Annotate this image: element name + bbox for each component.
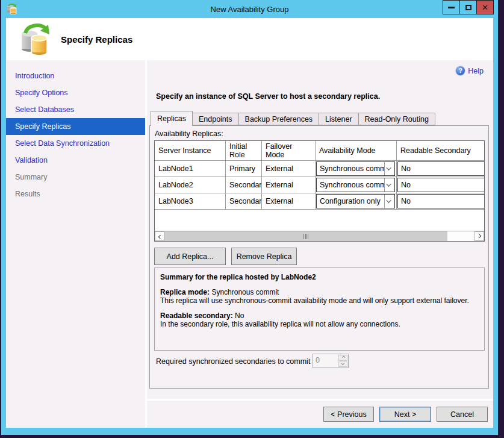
replica-summary-box: Summary for the replica hosted by LabNod… <box>154 267 485 351</box>
remove-replica-button[interactable]: Remove Replica <box>231 248 297 265</box>
table-row[interactable]: LabNode2 Secondary External Synchronous … <box>155 177 484 193</box>
grip-icon <box>303 234 305 239</box>
minimize-button[interactable] <box>443 0 460 14</box>
titlebar: New Availability Group ✕ <box>1 0 498 18</box>
availability-mode-dropdown[interactable]: Synchronous commit <box>316 161 395 176</box>
required-secondaries-spinner: 0 <box>313 354 349 368</box>
replica-mode-label: Replica mode: <box>160 288 210 296</box>
scroll-right-button[interactable] <box>474 231 484 241</box>
dropdown-value: No <box>398 197 485 205</box>
spinner-up-button <box>338 355 347 361</box>
dialog-window: New Availability Group ✕ <box>1 0 498 435</box>
cell-server-instance: LabNode1 <box>155 161 226 177</box>
column-header-initial-role: Initial Role <box>226 141 262 160</box>
grip-icon <box>308 234 309 239</box>
close-icon: ✕ <box>482 4 488 11</box>
help-icon: ? <box>456 66 465 75</box>
sidebar-item-select-data-synchronization[interactable]: Select Data Synchronization <box>6 135 145 152</box>
cell-server-instance: LabNode3 <box>155 193 226 209</box>
cell-availability-mode: Synchronous commit <box>316 177 397 193</box>
sidebar-item-specify-options[interactable]: Specify Options <box>6 84 145 101</box>
add-replica-button[interactable]: Add Replica... <box>154 248 226 265</box>
availability-replicas-grid: Server Instance Initial Role Failover Mo… <box>154 140 485 242</box>
cell-availability-mode: Configuration only <box>316 193 397 209</box>
column-header-readable-secondary: Readable Secondary <box>397 141 485 160</box>
instruction-text: Specify an instance of SQL Server to hos… <box>156 92 380 101</box>
cell-initial-role: Secondary <box>226 193 262 209</box>
dropdown-value: No <box>398 181 485 189</box>
readable-secondary-label: Readable secondary: <box>160 311 233 320</box>
replicas-tab-panel: Availability Replicas: Server Instance I… <box>149 125 489 389</box>
sidebar-item-validation[interactable]: Validation <box>6 152 145 169</box>
database-sync-icon <box>19 22 51 56</box>
maximize-icon <box>465 5 471 10</box>
grid-empty-area <box>155 210 484 231</box>
chevron-left-icon <box>158 234 162 239</box>
summary-title: Summary for the replica hosted by LabNod… <box>160 273 479 281</box>
horizontal-scrollbar[interactable] <box>155 231 484 241</box>
cell-initial-role: Secondary <box>226 177 262 193</box>
close-button[interactable]: ✕ <box>476 0 494 14</box>
cell-readable-secondary: No <box>397 193 485 209</box>
sidebar-item-introduction[interactable]: Introduction <box>6 67 145 84</box>
help-link[interactable]: ? Help <box>456 66 484 75</box>
chevron-down-icon[interactable] <box>384 195 394 208</box>
wizard-footer: < Previous Next > Cancel <box>147 399 493 428</box>
replica-mode-description: This replica will use synchronous-commit… <box>160 296 479 305</box>
sidebar-item-specify-replicas[interactable]: Specify Replicas <box>6 118 145 135</box>
wizard-steps-sidebar: Introduction Specify Options Select Data… <box>6 60 145 428</box>
grip-icon <box>305 234 306 239</box>
cell-failover-mode: External <box>262 161 316 177</box>
help-label: Help <box>468 67 484 75</box>
page-title: Specify Replicas <box>61 34 132 45</box>
readable-secondary-line: Readable secondary: No <box>160 311 479 320</box>
required-secondaries-label: Required synchronized secondaries to com… <box>156 357 310 366</box>
tab-read-only-routing[interactable]: Read-Only Routing <box>358 113 435 125</box>
grid-header-row: Server Instance Initial Role Failover Mo… <box>155 141 484 161</box>
cell-failover-mode: External <box>262 177 316 193</box>
previous-button[interactable]: < Previous <box>323 407 374 422</box>
tab-backup-preferences[interactable]: Backup Preferences <box>238 113 320 125</box>
column-header-failover-mode: Failover Mode <box>262 141 316 160</box>
table-row[interactable]: LabNode1 Primary External Synchronous co… <box>155 161 484 177</box>
window-body: Specify Replicas Introduction Specify Op… <box>6 18 493 428</box>
maximize-button[interactable] <box>459 0 477 14</box>
tab-replicas[interactable]: Replicas <box>151 111 193 126</box>
wizard-header: Specify Replicas <box>6 18 493 60</box>
sidebar-item-select-databases[interactable]: Select Databases <box>6 101 145 118</box>
column-header-availability-mode: Availability Mode <box>316 141 397 160</box>
availability-replicas-label: Availability Replicas: <box>155 130 223 138</box>
tab-listener[interactable]: Listener <box>319 113 358 125</box>
tab-endpoints[interactable]: Endpoints <box>192 113 239 125</box>
scrollbar-thumb[interactable] <box>164 231 447 241</box>
cell-readable-secondary: No <box>397 177 485 193</box>
table-row[interactable]: LabNode3 Secondary External Configuratio… <box>155 193 484 210</box>
chevron-down-icon[interactable] <box>384 178 394 192</box>
availability-mode-dropdown[interactable]: Configuration only <box>316 194 395 208</box>
availability-mode-dropdown[interactable]: Synchronous commit <box>316 178 395 192</box>
readable-secondary-description: In the secondary role, this availability… <box>160 320 479 328</box>
chevron-down-icon <box>341 362 344 366</box>
readable-secondary-dropdown[interactable]: No <box>397 194 485 208</box>
scrollbar-track[interactable] <box>447 231 474 241</box>
readable-secondary-value: No <box>235 311 244 320</box>
cell-failover-mode: External <box>262 193 316 209</box>
sidebar-item-results: Results <box>6 186 145 202</box>
dropdown-value: No <box>398 164 485 173</box>
scroll-left-button[interactable] <box>155 231 164 241</box>
dropdown-value: Synchronous commit <box>317 164 384 173</box>
cell-readable-secondary: No <box>397 161 485 177</box>
chevron-right-icon <box>477 234 481 238</box>
cancel-button[interactable]: Cancel <box>437 407 488 422</box>
replica-mode-line: Replica mode: Synchronous commit <box>160 288 479 296</box>
cell-initial-role: Primary <box>226 161 262 177</box>
main-content: ? Help Specify an instance of SQL Server… <box>147 60 493 428</box>
sidebar-item-summary: Summary <box>6 169 145 186</box>
readable-secondary-dropdown[interactable]: No <box>397 178 485 192</box>
cell-server-instance: LabNode2 <box>155 177 226 193</box>
spinner-value: 0 <box>313 354 338 368</box>
chevron-down-icon[interactable] <box>384 162 394 175</box>
tab-strip: Replicas Endpoints Backup Preferences Li… <box>151 111 435 125</box>
readable-secondary-dropdown[interactable]: No <box>397 161 485 176</box>
next-button[interactable]: Next > <box>379 407 431 422</box>
